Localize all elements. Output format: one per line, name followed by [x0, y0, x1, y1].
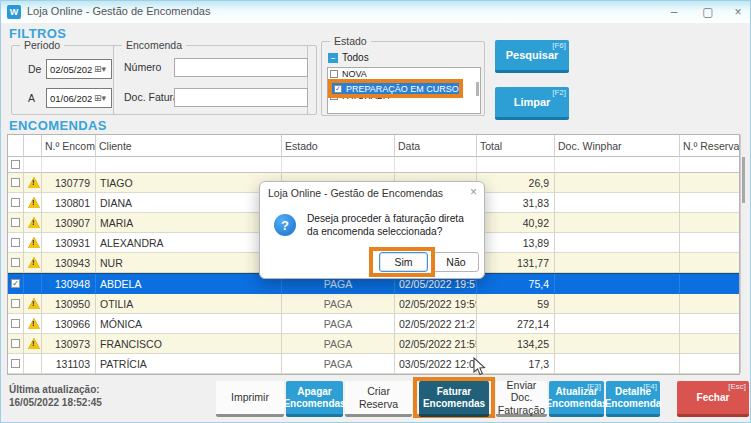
todos-checkbox-row[interactable]: – Todos: [328, 52, 369, 63]
table-row[interactable]: 130950 OTILIA PAGA 02/05/2022 19:59:59 5…: [8, 294, 739, 314]
warning-icon: [28, 217, 40, 228]
checkbox-indeterminate-icon[interactable]: –: [328, 53, 338, 63]
doc-faturacao-field[interactable]: [174, 88, 308, 107]
encomendas-heading: ENCOMENDAS: [9, 118, 107, 133]
warning-icon: [28, 197, 40, 208]
doc-faturacao-input[interactable]: [175, 91, 307, 108]
column-header-total[interactable]: Total: [477, 135, 555, 157]
table-row[interactable]: 130966 MÓNICA PAGA 02/05/2022 21:27:54 2…: [8, 314, 739, 334]
criar-reserva-button[interactable]: Criar Reserva: [345, 381, 412, 417]
checkbox-icon[interactable]: [330, 70, 338, 78]
warning-icon: [28, 177, 40, 188]
row-checkbox[interactable]: [11, 218, 20, 227]
window-title: Loja Online - Gestão de Encomendas: [27, 5, 210, 17]
row-checkbox[interactable]: [11, 339, 20, 348]
enviar-doc-faturacao-button[interactable]: Enviar Doc. Faturação: [496, 381, 547, 417]
column-header-reserva[interactable]: N.º Reserva: [680, 135, 739, 157]
row-checkbox[interactable]: [11, 319, 20, 328]
row-checkbox[interactable]: [11, 178, 20, 187]
dialog-title: Loja Online - Gestão de Encomendas: [268, 187, 443, 199]
pesquisar-button[interactable]: [F6] Pesquisar: [495, 40, 569, 73]
row-checkbox[interactable]: [11, 198, 20, 207]
warning-icon: [28, 338, 40, 349]
column-header-encomenda[interactable]: N.º Encomenda: [42, 135, 96, 157]
warning-icon: [28, 237, 40, 248]
date-from-label: De: [28, 63, 41, 75]
shortcut-label: [F2]: [552, 88, 566, 97]
row-checkbox[interactable]: [11, 299, 20, 308]
column-header-data[interactable]: Data: [395, 135, 477, 157]
table-scrollbar[interactable]: [740, 135, 745, 373]
calendar-dropdown-icon[interactable]: ⊞▾: [94, 64, 106, 74]
warning-icon: [28, 298, 40, 309]
apagar-encomendas-button[interactable]: Apagar Encomendas: [286, 381, 343, 417]
row-checkbox[interactable]: [11, 238, 20, 247]
header-warning-col: [24, 135, 42, 157]
titlebar: W Loja Online - Gestão de Encomendas – ▢…: [1, 1, 750, 23]
warning-icon: [28, 318, 40, 329]
last-update-status: Última atualização: 16/05/2022 18:52:45: [9, 384, 102, 409]
select-all-checkbox[interactable]: [11, 160, 20, 169]
todos-label: Todos: [342, 52, 369, 63]
shortcut-label: [F4]: [643, 382, 657, 391]
imprimir-button[interactable]: Imprimir: [216, 381, 284, 417]
table-filter-row: [8, 157, 739, 173]
column-header-cliente[interactable]: Cliente: [96, 135, 282, 157]
app-logo-icon: W: [7, 5, 21, 19]
app-window: W Loja Online - Gestão de Encomendas – ▢…: [0, 0, 751, 423]
checkbox-checked-icon[interactable]: ✓: [334, 85, 342, 93]
date-to-label: A: [28, 92, 35, 104]
shortcut-label: [F6]: [552, 41, 566, 50]
calendar-dropdown-icon[interactable]: ⊞▾: [94, 93, 106, 103]
numero-field[interactable]: [174, 58, 308, 77]
table-header-row: N.º Encomenda Cliente Estado Data Total …: [8, 135, 739, 157]
row-checkbox[interactable]: [11, 359, 20, 368]
encomenda-legend: Encomenda: [122, 39, 186, 51]
limpar-button[interactable]: [F2] Limpar: [495, 87, 569, 120]
estado-group: Estado – Todos NOVA ✓ PREPARAÇÃO EM CURS…: [321, 41, 485, 116]
column-header-doc-winphar[interactable]: Doc. Winphar: [555, 135, 680, 157]
numero-label: Número: [124, 61, 161, 73]
encomenda-group: Encomenda Número Doc. Faturação: [113, 45, 317, 115]
dialog-message: Deseja proceder à faturação direta da en…: [307, 212, 475, 239]
close-icon[interactable]: ×: [727, 3, 749, 21]
date-from-field[interactable]: ⊞▾: [46, 59, 112, 79]
table-row[interactable]: 131103 PATRÍCIA PAGA 03/05/2022 12:08:24…: [8, 354, 739, 374]
date-to-field[interactable]: ⊞▾: [46, 88, 112, 108]
periodo-legend: Periodo: [20, 39, 64, 51]
shortcut-label: [F3]: [587, 382, 601, 391]
maximize-icon[interactable]: ▢: [697, 3, 719, 21]
atualizar-encomendas-button[interactable]: [F3] Atualizar Encomendas: [549, 381, 604, 417]
fechar-button[interactable]: [Esc] Fechar: [677, 381, 749, 417]
shortcut-label: [Esc]: [728, 382, 746, 391]
column-header-estado[interactable]: Estado: [282, 135, 395, 157]
estado-listbox[interactable]: NOVA ✓ PREPARAÇÃO EM CURSO CANCELADA FAT…: [327, 67, 481, 114]
scrollbar-thumb[interactable]: [742, 157, 745, 203]
estado-legend: Estado: [330, 35, 371, 47]
minimize-icon[interactable]: –: [663, 3, 685, 21]
estado-option-preparacao[interactable]: ✓ PREPARAÇÃO EM CURSO: [328, 79, 463, 98]
row-checkbox[interactable]: [11, 258, 20, 267]
date-from-input[interactable]: [47, 63, 94, 76]
warning-icon: [28, 257, 40, 268]
question-icon: ?: [274, 214, 296, 236]
estado-option-nova[interactable]: NOVA: [328, 68, 480, 79]
mouse-cursor: [473, 357, 487, 377]
nao-button[interactable]: Não: [433, 252, 479, 272]
date-to-input[interactable]: [47, 92, 94, 105]
listbox-scrollbar[interactable]: [476, 82, 479, 96]
faturar-encomendas-button[interactable]: Faturar Encomendas: [419, 381, 489, 417]
row-checkbox-checked[interactable]: ✓: [11, 279, 20, 288]
table-row[interactable]: 130973 FRANCISCO PAGA 02/05/2022 21:55:3…: [8, 334, 739, 354]
header-select-col: [8, 135, 24, 157]
detalhe-encomenda-button[interactable]: [F4] Detalhe Encomenda: [606, 381, 660, 417]
numero-input[interactable]: [175, 61, 307, 78]
sim-highlight-annotation: [369, 247, 435, 277]
dialog-close-icon[interactable]: ×: [470, 185, 477, 199]
